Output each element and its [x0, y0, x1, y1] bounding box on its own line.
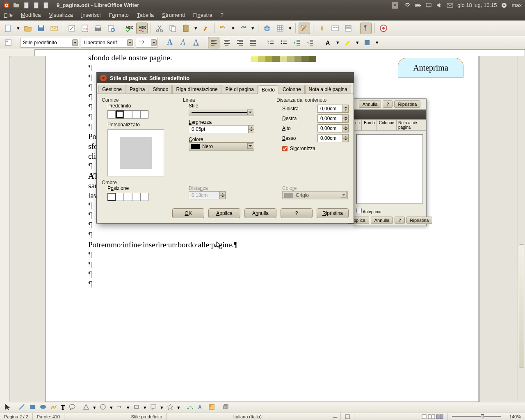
edit-doc-button[interactable] [66, 23, 78, 34]
symbol-shapes-tool[interactable] [99, 403, 107, 412]
undo-dropdown[interactable]: ▾ [231, 25, 235, 31]
paragraph-style-combo[interactable]: Stile predefinito [20, 38, 79, 48]
status-selection-mode[interactable] [341, 413, 354, 420]
save-button[interactable] [35, 23, 47, 34]
bg-dialog-ripristina-2[interactable]: Ripristina [406, 217, 433, 224]
star-shapes-tool[interactable] [167, 403, 174, 412]
open-button[interactable] [22, 23, 34, 34]
gallery-button[interactable] [329, 23, 341, 34]
doc-icon-1[interactable] [23, 2, 30, 9]
status-lang[interactable]: Italiano (Italia) [229, 413, 266, 420]
align-left-button[interactable] [208, 37, 219, 48]
basic-shapes-tool[interactable] [82, 403, 90, 412]
scrollbar-thumb[interactable] [519, 244, 524, 368]
line-style-combo[interactable] [189, 109, 254, 116]
volume-icon[interactable] [436, 2, 443, 9]
extrusion-tool[interactable] [222, 403, 229, 412]
auto-spellcheck-button[interactable]: ABC [136, 23, 148, 34]
sinistra-spinner[interactable]: 0,00cm [317, 105, 349, 113]
font-color-button[interactable]: A [322, 37, 333, 48]
new-doc-dropdown[interactable]: ▾ [16, 25, 21, 31]
window-close-button[interactable]: ✕ [392, 2, 398, 9]
tab-pie-pagina[interactable]: Piè di pagina [221, 85, 257, 94]
applica-button[interactable]: Applica [208, 208, 240, 218]
status-insert-mode[interactable]: — [329, 413, 341, 420]
tab-sfondo[interactable]: Sfondo [149, 85, 172, 94]
pdf-button[interactable]: PDF [79, 23, 91, 34]
tab-pagina[interactable]: Pagina [126, 85, 148, 94]
styles-button[interactable] [2, 37, 14, 48]
status-zoom[interactable]: 140% [505, 413, 525, 420]
mail-icon[interactable] [447, 2, 453, 9]
ok-button[interactable]: OK [172, 208, 204, 218]
tab-riga-intestazione[interactable]: Riga d'intestazione [172, 85, 221, 94]
menu-formato[interactable]: Formato [105, 10, 132, 21]
dialog-close-button[interactable]: ✕ [100, 75, 107, 81]
shadow-none[interactable] [107, 193, 116, 201]
help-button[interactable] [378, 23, 389, 34]
navigator-button[interactable] [316, 23, 328, 34]
clock[interactable]: gio 18 lug, 10.15 [457, 2, 497, 8]
line-tool[interactable] [18, 403, 25, 412]
preset-shadow[interactable] [124, 110, 132, 119]
annulla-button[interactable]: Annulla [244, 208, 276, 218]
numbered-list-button[interactable]: 12 [265, 37, 276, 48]
line-width-spinner[interactable]: 0,05pt [189, 125, 254, 133]
status-page[interactable]: Pagina 2 / 2 [0, 413, 33, 420]
vertical-scrollbar[interactable] [518, 56, 525, 402]
cut-button[interactable] [154, 23, 165, 34]
align-center-button[interactable] [221, 37, 233, 48]
undo-button[interactable] [217, 23, 229, 34]
underline-button[interactable]: A [190, 37, 202, 48]
paste-dropdown[interactable]: ▾ [193, 25, 198, 31]
points-tool[interactable] [187, 403, 194, 412]
shadow-tr[interactable] [124, 193, 132, 201]
folder-icon[interactable] [13, 2, 20, 9]
text-tool[interactable]: T [61, 404, 65, 411]
battery-icon[interactable] [415, 2, 421, 9]
doc-icon-3[interactable] [43, 2, 49, 9]
vertical-ruler[interactable] [0, 56, 10, 402]
tab-nota-pie[interactable]: Nota a piè pagina [305, 85, 351, 94]
rect-tool[interactable] [29, 403, 36, 412]
bg-anteprima-check[interactable] [356, 208, 362, 213]
format-paintbrush-button[interactable] [200, 23, 211, 34]
select-tool[interactable] [4, 403, 11, 412]
font-name-combo[interactable]: Liberation Serif [81, 38, 134, 48]
callout-tool[interactable] [68, 403, 76, 412]
menu-file[interactable]: File [0, 10, 17, 21]
help-button[interactable]: ? [281, 208, 313, 218]
shadow-br[interactable] [116, 193, 124, 201]
preset-box[interactable] [116, 110, 124, 119]
from-file-tool[interactable] [208, 403, 215, 412]
status-words[interactable]: Parole: 410 [33, 413, 64, 420]
menu-inserisci[interactable]: Inserisci [77, 10, 105, 21]
basso-spinner[interactable]: 0,00cm [317, 134, 349, 142]
alto-spinner[interactable]: 0,00cm [317, 124, 349, 132]
bullet-list-button[interactable] [278, 37, 290, 48]
bg-dialog-ripristina[interactable]: Ripristina [394, 100, 420, 108]
new-doc-button[interactable] [2, 23, 14, 34]
sincronizza-check[interactable]: Sincronizza [282, 146, 349, 151]
doc-icon-2[interactable] [33, 2, 39, 9]
align-right-button[interactable] [234, 37, 246, 48]
bg-color-button[interactable] [361, 37, 373, 48]
ubuntu-icon[interactable] [3, 2, 10, 9]
dialog-title-bar[interactable]: ✕ Stile di pagina: Stile predefinito [97, 73, 354, 83]
print-button[interactable] [92, 23, 104, 34]
preset-4[interactable] [140, 110, 148, 119]
tab-colonne[interactable]: Colonne [279, 85, 305, 94]
spellcheck-button[interactable]: ABC [123, 23, 135, 34]
italic-button[interactable]: A [177, 37, 189, 48]
destra-spinner[interactable]: 0,00cm [317, 114, 349, 123]
menu-finestra[interactable]: Finestra [189, 10, 217, 21]
tab-gestione[interactable]: Gestione [98, 85, 126, 94]
menu-help[interactable]: ? [217, 10, 228, 21]
redo-dropdown[interactable]: ▾ [250, 25, 255, 31]
highlight-dropdown[interactable]: ▾ [355, 39, 360, 46]
email-button[interactable] [48, 23, 60, 34]
menu-tabella[interactable]: Tabella [133, 10, 158, 21]
bg-color-dropdown[interactable]: ▾ [374, 39, 379, 46]
user-label[interactable]: max [511, 2, 522, 8]
print-preview-button[interactable] [105, 23, 117, 34]
